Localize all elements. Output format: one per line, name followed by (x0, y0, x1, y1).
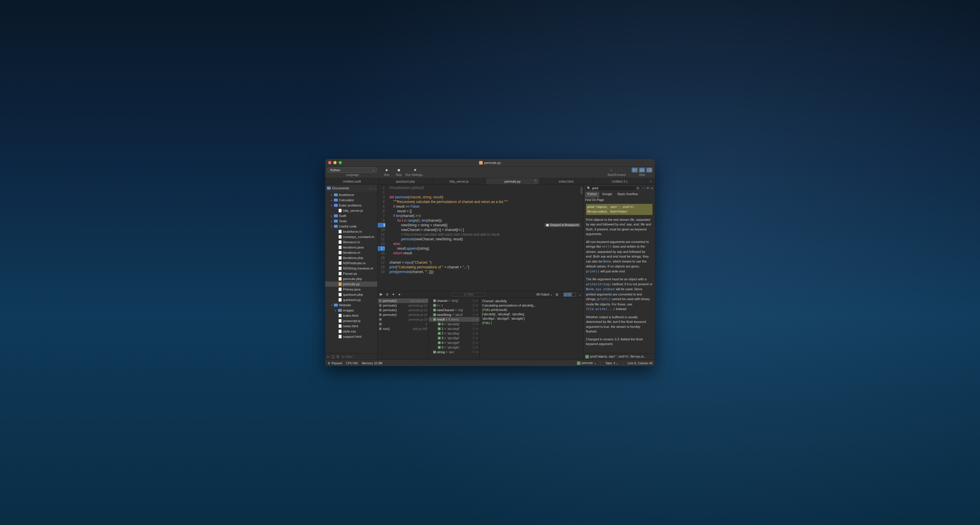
output-selector[interactable]: All Output ⌄ (536, 293, 552, 296)
tab-permute-py[interactable]: permute.py (486, 178, 539, 185)
code-editor[interactable]: 12345678910111213141516171819 #!/usr/bin… (378, 185, 583, 291)
variable-row[interactable]: V4 = 'abcdgef'ⓘ ⊖ (429, 340, 479, 345)
find-on-page[interactable]: Find On Page (584, 197, 655, 202)
bottom-pane-toggle[interactable] (639, 167, 645, 173)
variable-row[interactable]: VnewString = 'abcd'ⓘ ⊖ (429, 312, 479, 317)
file-iterations-java[interactable]: iterations.java (325, 245, 377, 250)
file-support-html[interactable]: support.html (325, 334, 377, 339)
file-http_server-js[interactable]: http_server.js (325, 208, 377, 213)
file-news-html[interactable]: news.html (325, 323, 377, 329)
variables-view[interactable]: Vcharset = 'defg'ⓘ ⊖Vi = 1ⓘ ⊖VnewCharset… (429, 298, 480, 360)
clear-search-icon[interactable]: ✕ (636, 186, 640, 190)
tab-http_server-js[interactable]: http_server.js (432, 178, 486, 185)
file-Parser-py[interactable]: Parser.py (325, 271, 377, 276)
debug-filter-input[interactable]: ⊙ Filter (452, 292, 485, 297)
stop-button[interactable] (393, 167, 404, 173)
file-Primes-java[interactable]: Primes.java (325, 287, 377, 292)
close-window-button[interactable] (328, 161, 331, 164)
doc-tab-google[interactable]: Google (600, 192, 614, 197)
folder-Swift[interactable]: ▸Swift (325, 213, 377, 218)
variable-row[interactable]: V3 = 'abcdfge'ⓘ ⊖ (429, 336, 479, 340)
pane-seg-mid[interactable] (568, 293, 572, 297)
run-settings-button[interactable] (410, 167, 420, 173)
tab-Untitled-2-c[interactable]: Untitled 2.c (593, 178, 647, 185)
debug-console[interactable]: Charset: abcdefgCalculating permutations… (480, 298, 583, 360)
add-icon[interactable]: + (327, 355, 329, 358)
pane-seg-left[interactable] (563, 293, 568, 297)
language-selector[interactable]: Python⌄ (328, 167, 377, 173)
tab-width[interactable]: Tabs: 4 ⌄ (605, 361, 619, 365)
filter-input[interactable]: ⊙ Filter (341, 355, 375, 359)
expand-icon[interactable]: ⌄ (579, 293, 582, 297)
run-button[interactable] (382, 167, 392, 173)
stack-frame[interactable]: 3permute()permute.py:12 (378, 312, 428, 317)
doc-search-input[interactable]: 🔍 ✕ (585, 186, 641, 191)
file-permute-py[interactable]: permute.py (325, 282, 377, 287)
file-iterations-php[interactable]: iterations.php (325, 255, 377, 261)
folder-action-icon[interactable]: ▢ (331, 355, 334, 359)
step-out-icon[interactable] (398, 293, 401, 296)
variable-row[interactable]: V5 = 'abcdgfe'ⓘ ⊖ (429, 345, 479, 350)
folder-Euler-problems[interactable]: ▸Euler problems (325, 203, 377, 208)
stack-frame[interactable]: 1permute()permute.py:12 (378, 303, 428, 308)
file-permute-php[interactable]: permute.php (325, 276, 377, 282)
terminal-icon[interactable]: ⎘ (337, 355, 339, 358)
file-bruteforce-m[interactable]: bruteforce.m (325, 229, 377, 234)
nav-fwd[interactable]: › (375, 187, 375, 190)
folder-images[interactable]: ▸images (325, 308, 377, 313)
file-quicksort-py[interactable]: quicksort.py (325, 297, 377, 302)
file-NSString-traverse-m[interactable]: NSString traverse.m (325, 266, 377, 271)
stack-frame[interactable]: 2permute()permute.py:12 (378, 308, 428, 312)
eye-icon[interactable]: 👁 (646, 186, 649, 190)
call-stack[interactable]: 0permute()permute.py:91permute()permute.… (378, 298, 429, 360)
tab-Untitled-swift[interactable]: Untitled.swift (325, 178, 379, 185)
file-index-html[interactable]: index.html (325, 313, 377, 318)
variable-row[interactable]: V2 = 'abcdfeg'ⓘ ⊖ (429, 331, 479, 336)
navigator-root[interactable]: Documents ⌄ ‹› (325, 185, 377, 192)
doc-fwd[interactable]: › (644, 186, 645, 190)
doc-tab-stack-overflow[interactable]: Stack Overflow (615, 192, 641, 197)
variable-row[interactable]: V1 = 'abcdegf'ⓘ ⊖ (429, 326, 479, 331)
step-over-icon[interactable] (386, 293, 389, 296)
tab-index-html[interactable]: index.html (539, 178, 593, 185)
stack-frame[interactable]: 6run()bdb.py:580 (378, 326, 428, 331)
variable-row[interactable]: Vi = 1ⓘ ⊖ (429, 303, 479, 308)
tab-quicksort-php[interactable]: quicksort.php (379, 178, 433, 185)
variable-row[interactable]: Vcharset = 'defg'ⓘ ⊖ (429, 298, 479, 303)
file-conways_constant-m[interactable]: conways_constant.m (325, 234, 377, 239)
file-style-css[interactable]: style.css (325, 329, 377, 334)
forward-button[interactable]: › (617, 167, 627, 173)
folder-Tests[interactable]: ▸Tests (325, 218, 377, 224)
right-pane-toggle[interactable] (646, 167, 652, 173)
nav-back[interactable]: ‹ (372, 187, 373, 190)
pane-seg-right[interactable] (572, 293, 576, 297)
variable-row[interactable]: VnewCharset = 'efg'ⓘ ⊖ (429, 308, 479, 312)
file-fibonacci-m[interactable]: fibonacci.m (325, 239, 377, 245)
variable-row[interactable]: V0 = 'abcdefg'ⓘ ⊖ (429, 322, 479, 326)
continue-icon[interactable] (379, 293, 383, 296)
file-NSPredicate-m[interactable]: NSPredicate.m (325, 261, 377, 266)
folder-Calculator[interactable]: ▸Calculator (325, 197, 377, 203)
add-tab-button[interactable]: + (647, 178, 655, 185)
doc-back[interactable]: ‹ (643, 186, 644, 190)
back-button[interactable]: ‹ (606, 167, 617, 173)
folder-Website[interactable]: ▾Website (325, 302, 377, 308)
left-pane-toggle[interactable] (632, 167, 638, 173)
doc-tab-python[interactable]: Python (585, 192, 600, 197)
folder-Useful-code[interactable]: ▾Useful code (325, 224, 377, 229)
file-quicksort-php[interactable]: quicksort.php (325, 292, 377, 297)
minimap[interactable] (581, 188, 583, 205)
folder-bruteforce[interactable]: ▸bruteforce (325, 192, 377, 197)
stack-frame[interactable]: 5:1 (378, 322, 428, 326)
minimize-window-button[interactable] (333, 161, 337, 164)
stack-frame[interactable]: 0permute()permute.py:9 (378, 298, 428, 303)
variable-row[interactable]: Vstring = 'abc'ⓘ ⊖ (429, 350, 479, 355)
file-iterations-m[interactable]: iterations.m (325, 250, 377, 255)
file-tree[interactable]: ▸bruteforce▸Calculator▸Euler problemshtt… (325, 192, 377, 353)
zoom-window-button[interactable] (339, 161, 342, 164)
pause-indicator[interactable]: ⏸ Paused (328, 361, 342, 365)
file-javascript-js[interactable]: javascript.js (325, 318, 377, 323)
trash-icon[interactable]: 🗑 (555, 293, 559, 296)
symbol-popup[interactable]: ƒpermute ⌄ (577, 361, 596, 365)
stack-frame[interactable]: 4permute.py:19 (378, 317, 428, 322)
